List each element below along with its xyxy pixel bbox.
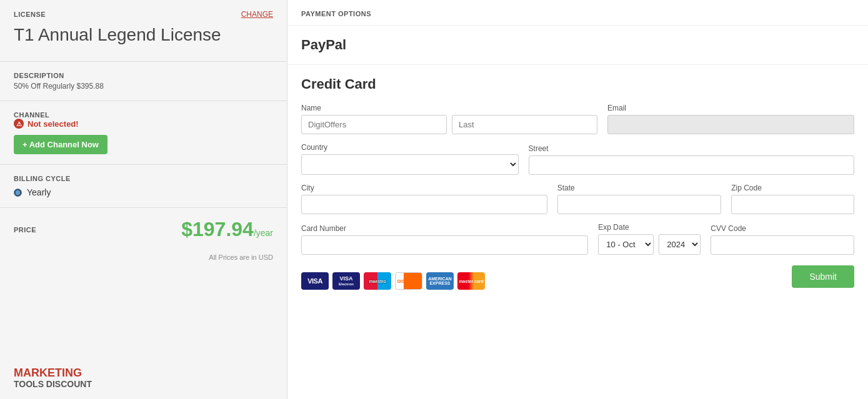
country-group: Country (301, 143, 519, 175)
zip-label: Zip Code (731, 184, 854, 192)
card-number-input[interactable] (301, 235, 588, 255)
visa-electron-icon: VISA Electron (332, 272, 360, 290)
billing-cycle-section: BILLING CYCLE Yearly (0, 165, 287, 208)
change-link[interactable]: CHANGE (241, 10, 273, 19)
not-selected-row: ⚠ Not selected! (14, 119, 273, 129)
submit-button[interactable]: Submit (792, 265, 854, 288)
email-group: Email (607, 104, 854, 134)
last-name-input[interactable] (452, 115, 597, 134)
brand-marketing-text: MARKETING (14, 367, 273, 380)
street-label: Street (529, 144, 854, 153)
country-street-row: Country Street (301, 143, 854, 175)
yearly-label: Yearly (27, 187, 51, 197)
brand-tools-text: TOOLS DISCOUNT (14, 380, 273, 389)
price-value: $197.94 (181, 218, 254, 240)
name-group: Name (301, 104, 597, 134)
city-input[interactable] (301, 195, 547, 214)
amex-icon: AMERICAN EXPRESS (426, 272, 454, 290)
visa-icon: VISA (301, 272, 329, 290)
mastercard-icon: master card (457, 272, 485, 290)
paypal-title: PayPal (301, 37, 854, 53)
zip-group: Zip Code (731, 184, 854, 214)
description-section: DESCRIPTION 50% Off Regularly $395.88 (0, 62, 287, 101)
street-group: Street (529, 144, 854, 175)
yearly-radio[interactable] (14, 189, 22, 197)
license-label: LICENSE (14, 11, 46, 18)
not-selected-label: Not selected! (27, 119, 79, 129)
name-email-row: Name Email (301, 104, 854, 134)
zip-input[interactable] (731, 195, 854, 214)
email-input[interactable] (607, 115, 854, 134)
license-title: T1 Annual Legend License (14, 25, 273, 45)
name-label: Name (301, 104, 597, 112)
cvv-label: CVV Code (711, 224, 854, 233)
state-label: State (557, 184, 721, 192)
city-state-zip-row: City State Zip Code (301, 184, 854, 214)
payment-options-label: PAYMENT OPTIONS (287, 0, 868, 26)
description-text: 50% Off Regularly $395.88 (14, 82, 273, 91)
billing-cycle-options: Yearly (14, 187, 273, 197)
brand-logo: MARKETING TOOLS DISCOUNT (14, 367, 273, 389)
channel-section: CHANNEL ⚠ Not selected! + Add Channel No… (0, 101, 287, 165)
city-group: City (301, 184, 547, 214)
bottom-row: VISA VISA Electron maestro DISCOVER AMER… (301, 264, 854, 290)
warning-icon: ⚠ (14, 119, 24, 129)
maestro-icon: maestro (364, 272, 391, 290)
price-display: $197.94/year (181, 218, 273, 241)
street-input[interactable] (529, 155, 854, 175)
name-inputs (301, 115, 597, 134)
credit-card-title: Credit Card (301, 76, 854, 92)
cvv-group: CVV Code (711, 224, 854, 255)
price-label: PRICE (14, 226, 36, 234)
left-panel: LICENSE CHANGE T1 Annual Legend License … (0, 0, 287, 399)
cvv-input[interactable] (711, 235, 854, 255)
city-label: City (301, 184, 547, 192)
card-icons-row: VISA VISA Electron maestro DISCOVER AMER… (301, 272, 485, 290)
license-section: LICENSE CHANGE T1 Annual Legend License (0, 0, 287, 62)
license-header: LICENSE CHANGE (14, 10, 273, 19)
exp-date-group: Exp Date 01 - Jan 02 - Feb 03 - Mar 04 -… (598, 223, 701, 255)
price-section: PRICE $197.94/year (0, 208, 287, 251)
exp-year-select[interactable]: 2024 2025 2026 2027 2028 2029 2030 (659, 234, 701, 255)
channel-label: CHANNEL (14, 111, 273, 119)
state-input[interactable] (557, 195, 721, 214)
right-panel: PAYMENT OPTIONS PayPal Credit Card Name … (287, 0, 868, 399)
state-group: State (557, 184, 721, 214)
first-name-input[interactable] (301, 115, 447, 134)
billing-cycle-label: BILLING CYCLE (14, 175, 273, 182)
description-label: DESCRIPTION (14, 72, 273, 79)
email-label: Email (607, 104, 854, 112)
price-per: /year (254, 228, 273, 238)
paypal-section: PayPal (287, 26, 868, 65)
card-number-label: Card Number (301, 224, 588, 233)
add-channel-button[interactable]: + Add Channel Now (14, 135, 107, 154)
country-label: Country (301, 143, 519, 152)
card-number-group: Card Number (301, 224, 588, 255)
discover-icon: DISCOVER (395, 272, 422, 290)
price-note: All Prices are in USD (0, 251, 287, 268)
brand-section: MARKETING TOOLS DISCOUNT (0, 357, 287, 399)
country-select[interactable] (301, 154, 519, 175)
exp-month-select[interactable]: 01 - Jan 02 - Feb 03 - Mar 04 - Apr 05 -… (598, 234, 654, 255)
credit-card-section: Credit Card Name Email Country (287, 65, 868, 301)
card-details-row: Card Number Exp Date 01 - Jan 02 - Feb 0… (301, 223, 854, 255)
exp-date-label: Exp Date (598, 223, 701, 232)
